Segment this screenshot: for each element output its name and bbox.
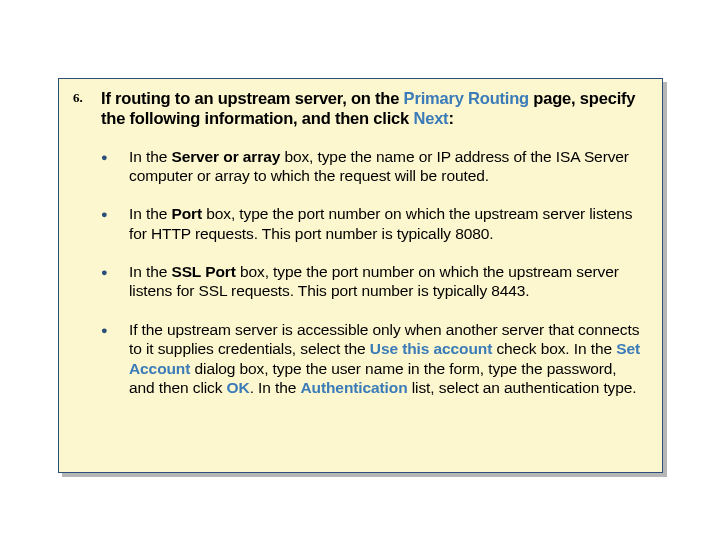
bullet-icon: ●	[101, 262, 129, 278]
bullet-icon: ●	[101, 320, 129, 336]
text-span: OK	[227, 379, 250, 396]
list-item-text: If the upstream server is accessible onl…	[129, 320, 642, 398]
primary-routing-label: Primary Routing	[404, 89, 529, 107]
text-span: list, select an authentication type.	[408, 379, 637, 396]
list-item: ●In the SSL Port box, type the port numb…	[101, 262, 642, 301]
instruction-panel: 6. If routing to an upstream server, on …	[58, 78, 663, 473]
list-item-text: In the Port box, type the port number on…	[129, 204, 642, 243]
text-span: In the	[129, 205, 171, 222]
text-span: check box. In the	[492, 340, 616, 357]
text-span: . In the	[250, 379, 301, 396]
text-span: box, type the port number on which the u…	[129, 205, 633, 241]
step-heading-seg1: If routing to an upstream server, on the	[101, 89, 404, 107]
text-span: In the	[129, 148, 171, 165]
list-item-text: In the Server or array box, type the nam…	[129, 147, 642, 186]
bullet-list: ●In the Server or array box, type the na…	[101, 147, 642, 398]
step-number: 6.	[73, 89, 101, 106]
step-heading-seg3: :	[448, 109, 453, 127]
bullet-icon: ●	[101, 204, 129, 220]
text-span: Authentication	[300, 379, 407, 396]
next-label: Next	[413, 109, 448, 127]
text-span: SSL Port	[171, 263, 235, 280]
text-span: Server or array	[171, 148, 280, 165]
list-item: ●In the Server or array box, type the na…	[101, 147, 642, 186]
list-item: ●In the Port box, type the port number o…	[101, 204, 642, 243]
text-span: Port	[171, 205, 202, 222]
list-item-text: In the SSL Port box, type the port numbe…	[129, 262, 642, 301]
bullet-icon: ●	[101, 147, 129, 163]
text-span: In the	[129, 263, 171, 280]
text-span: Use this account	[370, 340, 492, 357]
step-row: 6. If routing to an upstream server, on …	[73, 89, 642, 129]
list-item: ●If the upstream server is accessible on…	[101, 320, 642, 398]
step-heading: If routing to an upstream server, on the…	[101, 89, 642, 129]
